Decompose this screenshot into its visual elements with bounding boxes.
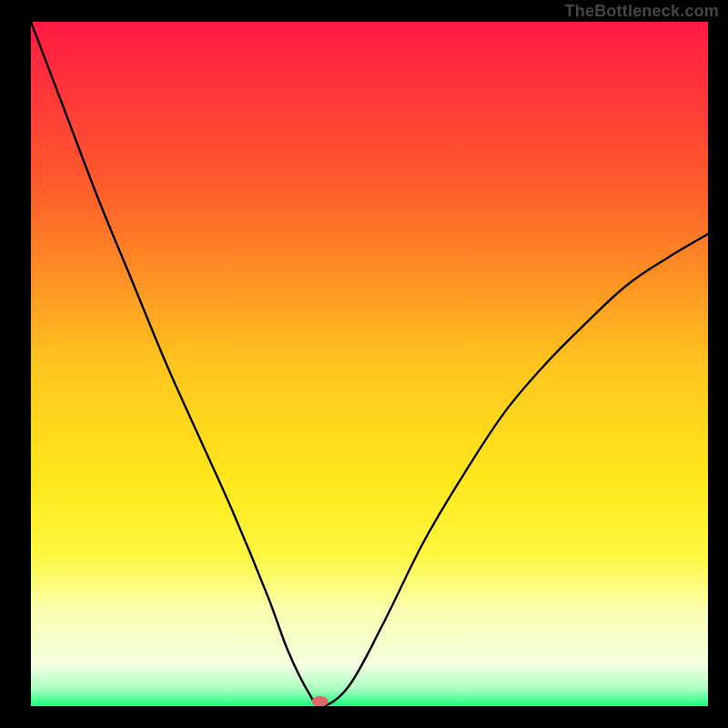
chart-frame: TheBottleneck.com	[0, 0, 728, 728]
gradient-background	[31, 22, 708, 706]
plot-area	[31, 22, 708, 706]
chart-svg	[31, 22, 708, 706]
watermark-text: TheBottleneck.com	[565, 2, 719, 21]
